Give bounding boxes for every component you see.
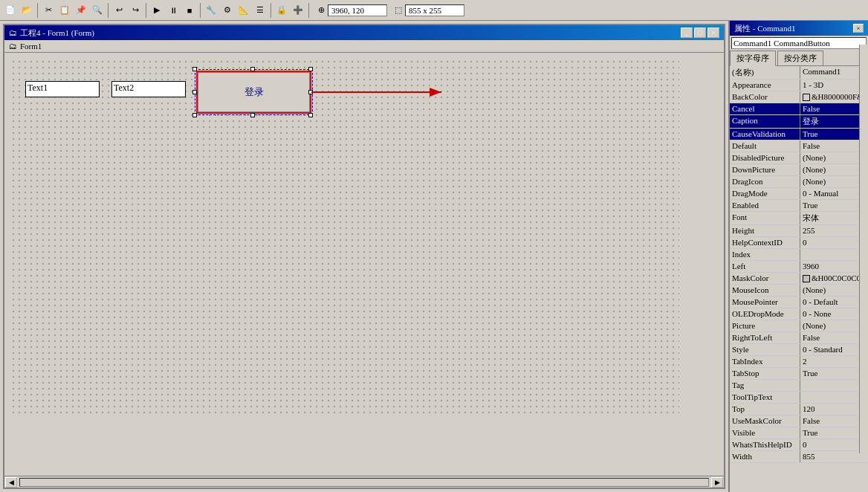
props-row-2[interactable]: BackColor&H8000000F& <box>730 91 868 103</box>
props-row-20[interactable]: OLEDropMode0 - None <box>730 308 868 320</box>
paste-icon[interactable]: 📌 <box>74 3 88 18</box>
prop-value-16: 3960 <box>800 261 868 272</box>
props-tab-alpha[interactable]: 按字母序 <box>730 51 776 66</box>
props-row-5[interactable]: CauseValidationTrue <box>730 129 868 140</box>
props-row-15[interactable]: Index <box>730 249 868 261</box>
form-breadcrumb: 🗂 Form1 <box>4 40 724 53</box>
props-row-22[interactable]: RightToLeftFalse <box>730 332 868 344</box>
props-row-30[interactable]: VisibleTrue <box>730 427 868 439</box>
textbox2[interactable]: Text2 <box>111 81 186 97</box>
props-row-3[interactable]: CancelFalse <box>730 103 868 115</box>
form-editor-icon[interactable]: 📐 <box>236 3 251 18</box>
props-row-32[interactable]: Width855 <box>730 451 868 463</box>
props-row-10[interactable]: DragMode0 - Manual <box>730 188 868 200</box>
toolbar: 📄 📂 ✂ 📋 📌 🔍 ↩ ↪ ▶ ⏸ ■ 🔧 ⚙ 📐 ☰ 🔒 ➕ ⊕ 3960… <box>0 0 868 21</box>
undo-icon[interactable]: ↩ <box>111 3 126 18</box>
prop-name-16: Left <box>730 261 800 272</box>
props-row-25[interactable]: TabStopTrue <box>730 368 868 380</box>
props-object-name: Command1 CommandButton <box>733 39 830 48</box>
maximize-button[interactable]: □ <box>694 27 706 38</box>
props-row-21[interactable]: Picture(None) <box>730 320 868 332</box>
props-row-16[interactable]: Left3960 <box>730 261 868 273</box>
props-row-24[interactable]: TabIndex2 <box>730 356 868 368</box>
find-icon[interactable]: 🔍 <box>90 3 105 18</box>
prop-value-5[interactable]: True <box>800 129 868 140</box>
props-row-29[interactable]: UseMaskColorFalse <box>730 415 868 427</box>
props-row-13[interactable]: Height255 <box>730 225 868 237</box>
props-row-27[interactable]: ToolTipText <box>730 392 868 404</box>
props-row-31[interactable]: WhatsThisHelpID0 <box>730 439 868 451</box>
cut-icon[interactable]: ✂ <box>41 3 56 18</box>
menu-editor-icon[interactable]: ☰ <box>253 3 268 18</box>
minimize-button[interactable]: _ <box>681 27 693 38</box>
prop-name-30: Visible <box>730 427 800 438</box>
form-canvas[interactable]: Text1 Text2 登录 <box>10 59 679 415</box>
props-row-26[interactable]: Tag <box>730 380 868 392</box>
prop-name-29: UseMaskColor <box>730 415 800 427</box>
props-row-11[interactable]: EnabledTrue <box>730 200 868 212</box>
prop-value-3[interactable]: False <box>800 103 868 114</box>
prop-value-28: 120 <box>800 404 868 415</box>
stop-icon[interactable]: ■ <box>182 3 197 18</box>
props-row-28[interactable]: Top120 <box>730 404 868 415</box>
prop-value-30: True <box>800 427 868 438</box>
props-object-dropdown[interactable]: Command1 CommandButton <box>731 37 867 49</box>
folder-icon: 🗂 <box>9 28 17 37</box>
scroll-left-btn[interactable]: ◀ <box>5 477 17 488</box>
props-row-8[interactable]: DownPicture(None) <box>730 164 868 176</box>
lock-icon[interactable]: 🔒 <box>274 3 289 18</box>
props-row-4[interactable]: Caption登录 <box>730 115 868 129</box>
prop-name-5: CauseValidation <box>730 129 800 140</box>
prop-value-22: False <box>800 332 868 343</box>
properties-panel: 属性 - Command1 × Command1 CommandButton 按… <box>728 21 868 492</box>
coord-value: 3960, 120 <box>328 4 387 16</box>
handle-bm <box>250 113 255 117</box>
insert-icon[interactable]: ➕ <box>291 3 305 18</box>
close-button[interactable]: × <box>707 27 719 38</box>
prop-name-23: Style <box>730 344 800 355</box>
form-name: Form1 <box>20 42 42 51</box>
scroll-right-btn[interactable]: ▶ <box>711 477 723 488</box>
command-button[interactable]: 登录 <box>196 71 311 114</box>
new-icon[interactable]: 📄 <box>3 3 18 18</box>
red-arrow-svg <box>10 59 679 415</box>
prop-name-14: HelpContextID <box>730 237 800 248</box>
props-row-19[interactable]: MousePointer0 - Default <box>730 297 868 308</box>
prop-value-29: False <box>800 415 868 427</box>
prop-name-21: Picture <box>730 320 800 331</box>
form-window-titlebar: 🗂 工程4 - Form1 (Form) _ □ × <box>4 25 724 40</box>
project-icon[interactable]: 🔧 <box>204 3 218 18</box>
redo-icon[interactable]: ↪ <box>128 3 143 18</box>
scrollbar-track[interactable] <box>19 478 709 487</box>
form-canvas-wrapper[interactable]: Text1 Text2 登录 <box>4 53 724 476</box>
prop-value-23: 0 - Standard <box>800 344 868 355</box>
bottom-scrollbar[interactable]: ◀ ▶ <box>4 476 724 488</box>
textbox1[interactable]: Text1 <box>25 81 100 97</box>
props-tab-category[interactable]: 按分类序 <box>777 51 823 65</box>
props-row-12[interactable]: Font宋体 <box>730 212 868 225</box>
props-row-23[interactable]: Style0 - Standard <box>730 344 868 356</box>
prop-value-15 <box>800 249 868 260</box>
props-row-17[interactable]: MaskColor&H00C0C0C0& <box>730 273 868 285</box>
prop-value-4[interactable]: 登录 <box>800 115 868 128</box>
props-row-7[interactable]: DisabledPicture(None) <box>730 152 868 164</box>
copy-icon[interactable]: 📋 <box>57 3 72 18</box>
props-titlebar: 属性 - Command1 × <box>730 21 868 36</box>
props-row-18[interactable]: MouseIcon(None) <box>730 285 868 297</box>
props-row-0[interactable]: (名称)Command1 <box>730 66 868 80</box>
props-scrollbar[interactable] <box>859 45 868 453</box>
prop-name-13: Height <box>730 225 800 236</box>
props-icon[interactable]: ⚙ <box>220 3 235 18</box>
props-row-9[interactable]: DragIcon(None) <box>730 176 868 188</box>
props-row-6[interactable]: DefaultFalse <box>730 140 868 152</box>
run-icon[interactable]: ▶ <box>149 3 164 18</box>
open-icon[interactable]: 📂 <box>19 3 34 18</box>
props-row-14[interactable]: HelpContextID0 <box>730 237 868 249</box>
handle-bl <box>192 113 197 117</box>
props-close-button[interactable]: × <box>853 24 864 33</box>
prop-name-9: DragIcon <box>730 176 800 187</box>
props-row-1[interactable]: Appearance1 - 3D <box>730 80 868 91</box>
pause-icon[interactable]: ⏸ <box>166 3 181 18</box>
prop-value-6: False <box>800 140 868 152</box>
prop-name-31: WhatsThisHelpID <box>730 439 800 450</box>
